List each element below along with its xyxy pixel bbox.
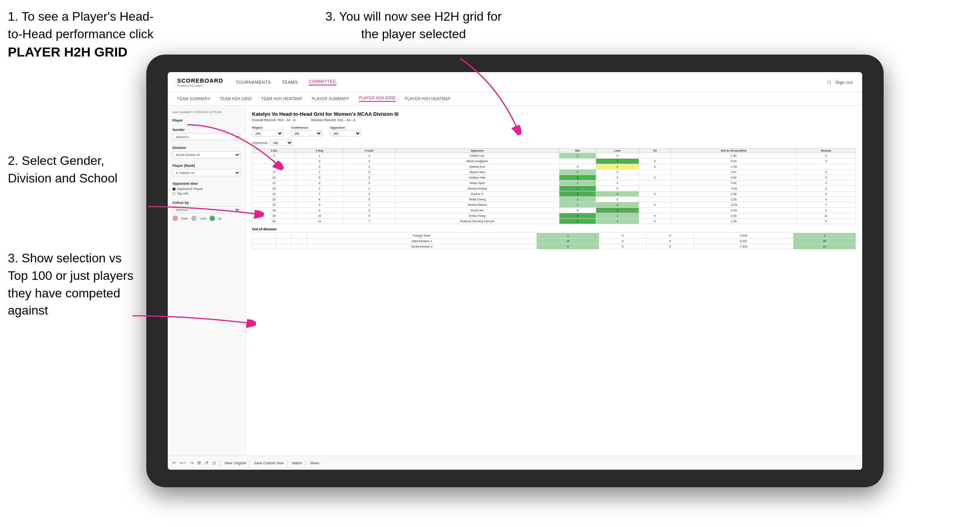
td-rounds: 7 bbox=[796, 202, 856, 208]
td-conf: 3 bbox=[343, 175, 395, 180]
table-row: 19 10 6 Emily Chang 4 1 0 0.30 11 bbox=[252, 213, 856, 219]
td-conf: 6 bbox=[343, 213, 395, 219]
td-reg: 2 bbox=[296, 208, 343, 213]
td-opponent: Alexis Sudjijanto bbox=[395, 159, 559, 164]
toolbar-undo-icon[interactable]: ↩ bbox=[172, 460, 176, 465]
td-win: 1 bbox=[559, 202, 596, 208]
td-tie bbox=[639, 186, 671, 191]
td-opponent: Stella Cheng bbox=[395, 197, 559, 202]
logo-area: SCOREBOARD Powered by clippd bbox=[177, 77, 223, 87]
sidebar-division-select[interactable]: NCAA Division III bbox=[172, 151, 241, 158]
td-div bbox=[252, 239, 276, 244]
td-diff: 0.30 bbox=[671, 213, 797, 219]
toolbar-watch[interactable]: Watch bbox=[292, 461, 302, 465]
table-row: 5 2 2 Alexis Sudjijanto 1 0 4.00 3 bbox=[252, 159, 856, 164]
ipad-screen: SCOREBOARD Powered by clippd TOURNAMENTS… bbox=[168, 72, 862, 470]
td-rounds: 11 bbox=[796, 213, 856, 219]
td-reg: 2 bbox=[296, 159, 343, 164]
sidebar-gender-section: Gender Women's bbox=[172, 128, 241, 140]
radio-top-100[interactable]: Top 100 bbox=[172, 192, 241, 195]
td-diff: -5.00 bbox=[671, 208, 797, 213]
sub-nav-player-summary[interactable]: PLAYER SUMMARY bbox=[312, 97, 350, 101]
table-row: 11 2 5 Heejo Hyun 1 0 3.33 3 bbox=[252, 180, 856, 186]
td-tie: 0 bbox=[639, 213, 671, 219]
sub-nav-player-h2h-grid[interactable]: PLAYER H2H GRID bbox=[359, 96, 396, 102]
sign-out-link[interactable]: Sign out bbox=[836, 80, 853, 85]
instruction-bottom-left: 3. Show selection vs Top 100 or just pla… bbox=[8, 249, 140, 319]
instruction-2-text: 2. Select Gender, Division and School bbox=[8, 154, 117, 185]
sidebar-player-rank-select[interactable]: 8. Katelyn Vo bbox=[172, 169, 241, 176]
td-tie bbox=[639, 180, 671, 186]
td-diff: 4.500 bbox=[694, 233, 794, 239]
td-div bbox=[252, 233, 276, 239]
table-row: 6 3 3 Sydney Kuo 0 1 0 -1.00 bbox=[252, 164, 856, 170]
instruction-1-bold: PLAYER H2H GRID bbox=[8, 44, 128, 59]
th-opponent: Opponent bbox=[395, 149, 559, 153]
td-conf: 5 bbox=[343, 180, 395, 186]
sub-nav-team-summary[interactable]: TEAM SUMMARY bbox=[177, 97, 210, 101]
td-diff: 7.400 bbox=[694, 244, 794, 249]
td-opponent: Jessica Mason bbox=[395, 202, 559, 208]
td-loss: 0 bbox=[596, 170, 639, 175]
toolbar-view-original[interactable]: View: Original bbox=[224, 461, 246, 465]
sidebar-timestamp: Last Updated: 27/03/2024 16:55:38 bbox=[172, 110, 241, 114]
filter-region-select[interactable]: (All) bbox=[252, 130, 283, 136]
table-row: 16 3 1 Jessica Mason 1 2 0 -0.94 7 bbox=[252, 202, 856, 208]
colour-label-up: Up bbox=[218, 217, 222, 220]
nav-link-teams[interactable]: TEAMS bbox=[282, 80, 298, 85]
filter-conference-select[interactable]: (All) bbox=[291, 130, 322, 136]
opponents-filter-select[interactable]: (All) bbox=[270, 140, 293, 146]
colour-dot-down bbox=[172, 216, 178, 221]
colour-by-select[interactable]: Win/loss bbox=[172, 206, 241, 213]
th-loss: Loss bbox=[596, 149, 639, 153]
colour-dots: Down Level Up bbox=[172, 216, 241, 221]
toolbar-share[interactable]: Share bbox=[310, 461, 319, 465]
colour-by-section: Colour by Win/loss Down Level Up bbox=[172, 201, 241, 221]
toolbar-save-custom-view[interactable]: Save Custom View bbox=[254, 461, 284, 465]
toolbar-back-icon[interactable]: ⟵ bbox=[180, 460, 186, 465]
td-rounds: 2 bbox=[796, 186, 856, 191]
filter-group-region: Region (All) bbox=[252, 126, 283, 136]
instruction-top-left: 1. To see a Player's Head-to-Head perfor… bbox=[8, 8, 156, 61]
toolbar-refresh-icon[interactable]: ↺ bbox=[205, 460, 208, 465]
td-loss: 2 bbox=[596, 191, 639, 197]
sidebar-opponent-view: Opponent view Opponents Played Top 100 bbox=[172, 182, 241, 195]
td-tie: 0 bbox=[639, 202, 671, 208]
td-opponent: Federica Domecq Lacroze bbox=[395, 219, 559, 224]
toolbar-forward-icon[interactable]: ↪ bbox=[190, 460, 194, 465]
td-rounds: 6 bbox=[796, 219, 856, 224]
sub-nav-player-h2h-heatmap[interactable]: PLAYER H2H HEATMAP bbox=[405, 97, 451, 101]
td-div: 16 bbox=[252, 202, 296, 208]
td-reg: 11 bbox=[296, 219, 343, 224]
td-rounds: 3 bbox=[796, 170, 856, 175]
sub-nav-team-h2h-heatmap[interactable]: TEAM H2H HEATMAP bbox=[261, 97, 302, 101]
td-div: 9 bbox=[252, 170, 296, 175]
sidebar-player-rank-section: Player (Rank) 8. Katelyn Vo bbox=[172, 164, 241, 176]
colour-dot-level bbox=[191, 216, 197, 221]
toolbar-clock-icon[interactable]: ◷ bbox=[212, 460, 216, 465]
radio-dot-opponents-played bbox=[172, 187, 176, 191]
radio-opponents-played[interactable]: Opponents Played bbox=[172, 187, 241, 191]
colour-by-label: Colour by bbox=[172, 201, 241, 205]
sub-nav-team-h2h-grid[interactable]: TEAM H2H GRID bbox=[220, 97, 252, 101]
table-row: 15 8 5 Stella Cheng 1 0 1.25 4 bbox=[252, 197, 856, 202]
th-reg: # Reg bbox=[296, 149, 343, 153]
td-opponent: NAIA Division 1 bbox=[307, 239, 537, 244]
nav-link-committee[interactable]: COMMITTEE bbox=[309, 79, 336, 85]
toolbar-grid-icon[interactable]: ⊞ bbox=[197, 460, 201, 465]
td-win: 15 bbox=[537, 239, 599, 244]
table-row: 18 2 2 Euna Lee 0 2 -5.00 2 bbox=[252, 208, 856, 213]
td-div: 13 bbox=[252, 186, 296, 191]
sidebar-gender-select[interactable]: Women's bbox=[172, 133, 241, 140]
td-div bbox=[252, 244, 276, 249]
table-row: 10 6 3 Andrea York 2 0 0 4.00 4 bbox=[252, 175, 856, 180]
td-loss: 0 bbox=[596, 153, 639, 159]
nav-link-tournaments[interactable]: TOURNAMENTS bbox=[236, 80, 271, 85]
td-win: 2 bbox=[559, 219, 596, 224]
opponents-label: Opponents: bbox=[252, 141, 268, 145]
toolbar-divider-4 bbox=[305, 460, 306, 467]
filter-opponent-select[interactable]: (All) bbox=[330, 130, 361, 136]
td-tie: 0 bbox=[646, 233, 694, 239]
td-loss: 0 bbox=[599, 233, 646, 239]
td-reg: 3 bbox=[296, 202, 343, 208]
